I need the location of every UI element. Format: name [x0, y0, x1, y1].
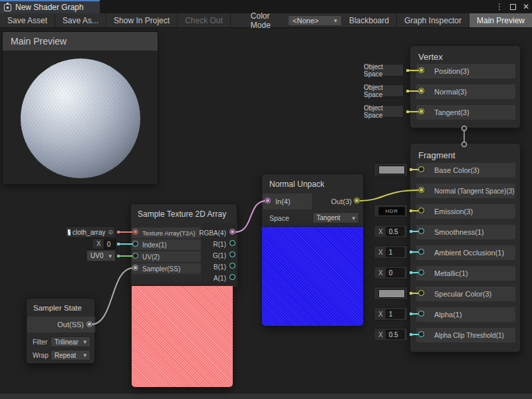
- filter-dropdown[interactable]: Trilinear ▾: [51, 336, 90, 347]
- slot-specular-color[interactable]: Specular Color(3): [416, 287, 515, 301]
- node-vertex[interactable]: Vertex Position(3) Normal(3) Tangent(3): [410, 45, 521, 128]
- graph-inspector-button[interactable]: Graph Inspector: [397, 13, 469, 27]
- node-fragment[interactable]: Fragment Base Color(3) Normal (Tangent S…: [410, 143, 521, 352]
- default-dot: [410, 292, 412, 295]
- port-a[interactable]: [229, 274, 235, 280]
- uv-channel-dropdown[interactable]: UV0 ▾: [86, 250, 116, 261]
- object-picker-icon[interactable]: ⊙: [108, 229, 113, 235]
- out-label: Out(3): [331, 198, 352, 205]
- color-mode-label: Color Mode: [251, 13, 288, 27]
- shader-graph-window: New Shader Graph ⋮ ✕ Save Asset Save As.…: [0, 0, 532, 399]
- close-icon[interactable]: ✕: [523, 0, 529, 13]
- slot-emission[interactable]: Emission(3): [416, 204, 515, 219]
- port-alpha[interactable]: [418, 311, 424, 317]
- main-preview-panel[interactable]: Main Preview: [2, 31, 158, 185]
- chevron-down-icon: ▾: [352, 215, 355, 221]
- ambient-occlusion-input[interactable]: X1: [374, 245, 408, 259]
- smoothness-input[interactable]: X0.5: [374, 225, 408, 238]
- space-label: Space: [269, 214, 289, 222]
- save-asset-button[interactable]: Save Asset: [0, 13, 55, 27]
- slot-normal-tangent-space[interactable]: Normal (Tangent Space)(3): [416, 184, 515, 198]
- port-uv[interactable]: [132, 253, 138, 259]
- metallic-input[interactable]: X0: [374, 266, 408, 279]
- main-preview-header[interactable]: Main Preview: [3, 32, 158, 51]
- color-mode-dropdown[interactable]: <None> ▾: [288, 15, 342, 26]
- port-alpha-clip-threshold[interactable]: [418, 331, 424, 337]
- slot-out-ss[interactable]: Out(SS): [27, 317, 95, 332]
- port-texture-array[interactable]: [132, 229, 138, 235]
- cloth-texture-preview[interactable]: [132, 286, 233, 387]
- port-base-color[interactable]: [418, 166, 424, 172]
- slot-normal[interactable]: Normal(3): [416, 84, 515, 99]
- maximize-icon[interactable]: [510, 4, 516, 10]
- slot-metallic[interactable]: Metallic(1): [416, 266, 515, 281]
- port-in4[interactable]: [265, 198, 271, 203]
- tab-new-shader-graph[interactable]: New Shader Graph: [0, 0, 100, 13]
- node-sample-texture-2d-array[interactable]: Sample Texture 2D Array Texture Array(T2…: [130, 203, 237, 286]
- show-in-project-button[interactable]: Show In Project: [106, 13, 178, 27]
- output-b-label: B(1): [213, 263, 226, 271]
- port-metallic[interactable]: [418, 269, 424, 275]
- wrap-dropdown[interactable]: Repeat ▾: [51, 350, 90, 360]
- port-g[interactable]: [229, 251, 235, 257]
- slot-uv[interactable]: UV(2): [132, 251, 201, 262]
- default-dot: [410, 168, 412, 171]
- port-b[interactable]: [229, 263, 235, 269]
- filter-label: Filter: [33, 338, 47, 346]
- normal-map-preview[interactable]: [262, 227, 363, 326]
- window-bottom-edge: [0, 394, 532, 399]
- base-color-swatch[interactable]: [374, 163, 408, 176]
- default-dot: [410, 313, 412, 315]
- shader-graph-asset-icon: [4, 4, 11, 11]
- slot-ambient-occlusion[interactable]: Ambient Occlusion(1): [416, 245, 515, 260]
- main-preview-title: Main Preview: [11, 36, 66, 47]
- default-dot: [410, 209, 412, 212]
- port-sampler[interactable]: [132, 265, 138, 271]
- port-tangent[interactable]: [418, 108, 424, 114]
- blackboard-button[interactable]: Blackboard: [342, 13, 397, 27]
- default-dot: [117, 231, 120, 233]
- slot-alpha[interactable]: Alpha(1): [416, 307, 515, 322]
- texture-array-object-field[interactable]: cloth_array ⊙: [65, 226, 116, 238]
- port-position[interactable]: [418, 67, 424, 73]
- port-specular-color[interactable]: [418, 290, 424, 296]
- port-normal-tangent-space[interactable]: [418, 187, 424, 193]
- alpha-clip-threshold-input[interactable]: X0.5: [374, 328, 408, 341]
- slot-texture-array[interactable]: Texture Array(T2A): [132, 227, 201, 238]
- port-out-ss[interactable]: [86, 321, 92, 327]
- slot-base-color[interactable]: Base Color(3): [416, 163, 515, 178]
- port-index[interactable]: [132, 241, 138, 247]
- port-smoothness[interactable]: [418, 228, 424, 234]
- binding-chip-normal[interactable]: Object Space: [363, 84, 404, 97]
- slot-tangent[interactable]: Tangent(3): [416, 105, 515, 120]
- slot-index[interactable]: Index(1): [132, 239, 201, 250]
- binding-chip-tangent[interactable]: Object Space: [363, 105, 404, 118]
- index-input[interactable]: X 0: [92, 238, 116, 249]
- main-preview-button[interactable]: Main Preview: [469, 13, 532, 27]
- slot-sampler[interactable]: Sampler(SS): [132, 263, 201, 274]
- menu-icon[interactable]: ⋮: [495, 0, 503, 13]
- port-r[interactable]: [229, 240, 235, 246]
- binding-dot: [406, 69, 409, 72]
- emission-hdr-field[interactable]: HDR: [374, 204, 408, 217]
- slot-position[interactable]: Position(3): [416, 64, 515, 78]
- port-ambient-occlusion[interactable]: [418, 249, 424, 255]
- binding-dot: [406, 110, 409, 113]
- space-dropdown[interactable]: Tangent ▾: [313, 212, 359, 223]
- save-as-button[interactable]: Save As...: [55, 13, 106, 27]
- port-rgba[interactable]: [229, 229, 235, 235]
- specular-color-swatch[interactable]: [374, 287, 408, 300]
- node-normal-unpack[interactable]: Normal Unpack In(4) Out(3) Space Tangent…: [261, 174, 364, 227]
- node-sampler-state[interactable]: Sampler State Out(SS) Filter Trilinear ▾…: [26, 298, 95, 364]
- alpha-input[interactable]: X1: [374, 307, 408, 321]
- default-dot: [410, 271, 412, 274]
- hdr-badge: HDR: [378, 207, 405, 215]
- output-rgba-label: RGBA(4): [199, 229, 226, 237]
- port-normal-v[interactable]: [418, 88, 424, 94]
- default-dot: [117, 255, 120, 257]
- slot-smoothness[interactable]: Smoothness(1): [416, 225, 515, 239]
- slot-alpha-clip-threshold[interactable]: Alpha Clip Threshold(1): [416, 328, 515, 342]
- port-out3[interactable]: [354, 198, 360, 203]
- port-emission[interactable]: [418, 207, 424, 213]
- binding-chip-position[interactable]: Object Space: [363, 64, 404, 76]
